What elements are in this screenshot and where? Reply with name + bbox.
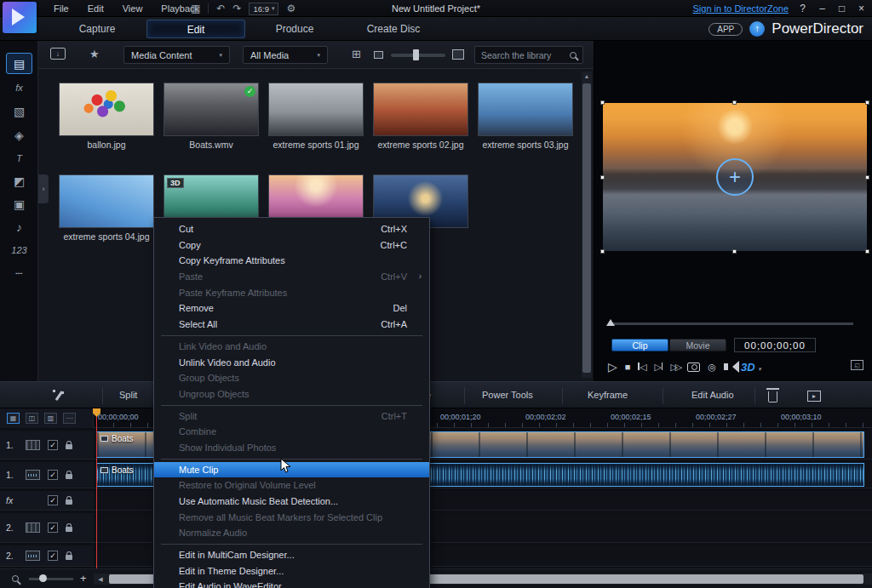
tab-capture[interactable]: Capture bbox=[48, 20, 146, 38]
upgrade-icon[interactable]: ↑ bbox=[749, 21, 765, 37]
power-tools-button[interactable]: Power Tools bbox=[482, 390, 533, 400]
preview-video[interactable]: + bbox=[603, 103, 867, 251]
minimize-button[interactable]: – bbox=[817, 3, 828, 14]
resize-handle[interactable] bbox=[865, 249, 869, 254]
lock-icon[interactable] bbox=[66, 444, 72, 449]
play-button[interactable]: ▷ bbox=[608, 361, 617, 373]
keyframe-button[interactable]: Keyframe bbox=[588, 390, 628, 400]
zoom-in-button[interactable]: + bbox=[80, 572, 87, 585]
timeline-zoom-thumb[interactable] bbox=[39, 574, 47, 582]
clip-mode-button[interactable]: Clip bbox=[611, 339, 668, 351]
scrollbar-thumb[interactable] bbox=[582, 83, 591, 373]
undo-icon[interactable]: ↶ bbox=[216, 3, 225, 14]
save-icon[interactable]: ▥ bbox=[191, 3, 200, 14]
tab-create-disc[interactable]: Create Disc bbox=[344, 20, 443, 38]
media-thumbnail-extreme-sports-02-jpg[interactable] bbox=[373, 83, 468, 136]
resize-handle[interactable] bbox=[732, 100, 737, 105]
menu-item-edit-in-theme-designer[interactable]: Edit in Theme Designer... bbox=[154, 563, 429, 579]
rail-title-room[interactable]: T bbox=[6, 147, 32, 168]
settings-gear-icon[interactable]: ⚙ bbox=[286, 3, 295, 14]
zoom-out-icon[interactable] bbox=[12, 575, 19, 582]
menu-item-unlink-video-and-audio[interactable]: Unlink Video and Audio bbox=[154, 355, 429, 371]
trash-icon[interactable] bbox=[768, 391, 777, 402]
track-header-2-audio[interactable]: 2.✓ bbox=[0, 545, 94, 567]
lock-icon[interactable] bbox=[66, 500, 72, 505]
panel-collapse-handle[interactable]: › bbox=[38, 174, 49, 203]
track-header-fx-fx[interactable]: fx✓ bbox=[0, 491, 94, 511]
magic-wand-icon[interactable]: ★ bbox=[89, 48, 100, 60]
menu-item-copy-keyframe-attributes[interactable]: Copy Keyframe Attributes bbox=[154, 253, 429, 269]
track-enable-checkbox[interactable]: ✓ bbox=[48, 495, 58, 505]
menu-view[interactable]: View bbox=[113, 3, 152, 14]
timeline-ruler[interactable]: ▦ ◫ ▥ ⋯ 00;00;00;00 00;00;01;2000;00;02;… bbox=[0, 408, 872, 428]
menu-item-mute-clip[interactable]: Mute Clip bbox=[154, 462, 429, 478]
signin-link[interactable]: Sign in to DirectorZone bbox=[693, 3, 789, 14]
menu-item-edit-audio-in-waveeditor[interactable]: Edit Audio in WaveEditor... bbox=[154, 579, 429, 588]
search-icon[interactable] bbox=[570, 52, 577, 59]
track-enable-checkbox[interactable]: ✓ bbox=[48, 522, 58, 533]
media-thumbnail-Boats-wmv[interactable]: ✓ bbox=[164, 83, 259, 136]
media-thumbnail-extreme-sports-01-jpg[interactable] bbox=[268, 83, 364, 136]
menu-item-select-all[interactable]: Select AllCtrl+A bbox=[154, 317, 429, 333]
rail-particle-room[interactable]: ◈ bbox=[6, 124, 32, 146]
detach-preview-icon[interactable]: ◱ bbox=[851, 360, 863, 370]
maximize-button[interactable]: □ bbox=[836, 3, 847, 14]
rail-subtitle-room[interactable]: ┄ bbox=[6, 262, 32, 283]
scroll-left-icon[interactable]: ◀ bbox=[95, 575, 106, 583]
menu-item-cut[interactable]: CutCtrl+X bbox=[154, 221, 429, 237]
rail-chapter-room[interactable]: 123 bbox=[6, 239, 32, 260]
menu-edit[interactable]: Edit bbox=[78, 3, 113, 14]
timeline-zoom-slider[interactable] bbox=[29, 578, 73, 580]
select-tool-icon[interactable]: ▦ bbox=[7, 413, 20, 424]
scroll-up-icon[interactable]: ▲ bbox=[582, 71, 592, 82]
menu-file[interactable]: File bbox=[44, 3, 78, 14]
grid-view-icon[interactable]: ⊞ bbox=[352, 49, 361, 60]
edit-audio-button[interactable]: Edit Audio bbox=[691, 390, 734, 400]
menu-item-edit-in-multicam-designer[interactable]: Edit in MultiCam Designer... bbox=[154, 547, 429, 563]
preview-seek-bar[interactable] bbox=[610, 323, 853, 325]
resize-handle[interactable] bbox=[865, 175, 869, 180]
small-thumbnails-icon[interactable] bbox=[374, 51, 383, 59]
split-button[interactable]: Split bbox=[119, 390, 137, 400]
loop-button[interactable]: ◎ bbox=[708, 363, 716, 372]
track-enable-checkbox[interactable]: ✓ bbox=[48, 470, 58, 480]
lock-icon[interactable] bbox=[66, 527, 72, 532]
resize-handle[interactable] bbox=[600, 249, 605, 254]
aspect-ratio-dropdown[interactable]: 16:9 ▾ bbox=[249, 3, 278, 15]
3d-mode-button[interactable]: 3D ▾ bbox=[741, 362, 761, 373]
resize-handle[interactable] bbox=[600, 100, 605, 105]
tools-wand-icon[interactable] bbox=[53, 390, 65, 402]
snapshot-camera-icon[interactable] bbox=[687, 363, 700, 372]
range-select-icon[interactable]: ◫ bbox=[26, 413, 38, 424]
playhead[interactable] bbox=[96, 408, 97, 568]
rail-effect-room[interactable]: fx bbox=[6, 77, 32, 98]
seek-thumb[interactable] bbox=[606, 315, 615, 326]
track-enable-checkbox[interactable]: ✓ bbox=[48, 440, 58, 450]
export-clip-icon[interactable]: ▸ bbox=[807, 391, 821, 402]
movie-mode-button[interactable]: Movie bbox=[669, 339, 726, 351]
rail-audio-mixing-room[interactable]: ▣ bbox=[6, 193, 32, 214]
redo-icon[interactable]: ↷ bbox=[232, 3, 241, 14]
marker-tool-icon[interactable]: ⋯ bbox=[63, 413, 76, 424]
timecode-display[interactable]: 00;00;00;00 bbox=[734, 338, 816, 352]
library-scrollbar[interactable]: ▲ bbox=[582, 71, 592, 378]
rail-voiceover-room[interactable]: ♪ bbox=[6, 216, 32, 237]
library-search-input[interactable]: Search the library bbox=[474, 46, 583, 64]
tab-produce[interactable]: Produce bbox=[245, 20, 344, 38]
fast-forward-button[interactable]: ▷▷ bbox=[670, 363, 680, 372]
next-frame-button[interactable]: ▷ bbox=[654, 363, 663, 372]
media-thumbnail-ballon-jpg[interactable] bbox=[59, 83, 154, 136]
stop-button[interactable]: ■ bbox=[625, 363, 631, 372]
lock-icon[interactable] bbox=[66, 474, 72, 479]
app-badge[interactable]: APP bbox=[708, 23, 743, 36]
large-thumbnails-icon[interactable] bbox=[452, 49, 464, 60]
thumbnail-size-slider-thumb[interactable] bbox=[413, 49, 419, 60]
previous-frame-button[interactable]: ◁ bbox=[638, 363, 646, 372]
menu-item-use-automatic-music-beat-detection[interactable]: Use Automatic Music Beat Detection... bbox=[154, 494, 429, 510]
media-thumbnail-extreme-sports-04-jpg[interactable] bbox=[59, 174, 154, 228]
rail-media-room[interactable]: ▤ bbox=[6, 53, 32, 74]
track-enable-checkbox[interactable]: ✓ bbox=[48, 551, 58, 561]
tab-edit[interactable]: Edit bbox=[146, 20, 245, 38]
track-manager-icon[interactable]: ▥ bbox=[44, 413, 57, 424]
add-overlay-icon[interactable]: + bbox=[716, 158, 754, 196]
